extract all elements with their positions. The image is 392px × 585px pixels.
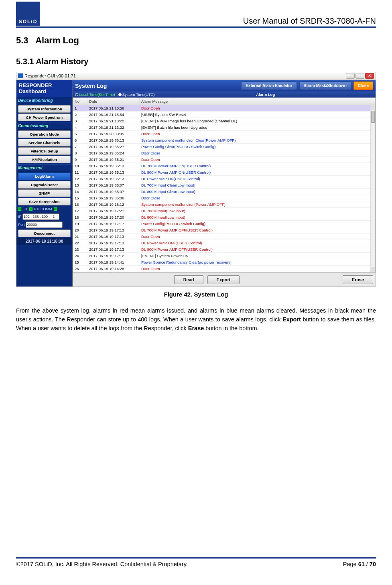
sidebar-item-log-alarm[interactable]: Log/Alarm	[18, 173, 71, 180]
table-row[interactable]: 242017.06.19 19:17:12[EVENT] System Powe…	[73, 253, 375, 259]
export-button[interactable]: Export	[207, 275, 240, 284]
ip-input[interactable]	[22, 213, 59, 220]
table-row[interactable]: 162017.06.19 19:18:12System component ma…	[73, 201, 375, 208]
alarm-log-grid: No. Date Alarm Message 12017.06.19 21:15…	[73, 98, 376, 272]
table-row[interactable]: 252017.06.19 19:14:41Power Source Redund…	[73, 259, 375, 266]
col-header-no[interactable]: No.	[73, 98, 87, 105]
sidebar-item-amp-isolation[interactable]: AMP/Isolation	[18, 156, 71, 163]
table-row[interactable]: 72017.06.19 19:35:27Power Config Clear(P…	[73, 144, 375, 150]
sidebar-item-save-screenshot[interactable]: Save Screenshot	[18, 198, 71, 205]
local-time-label[interactable]: Local Time(Set Time)	[75, 92, 115, 97]
erase-button[interactable]: Erase	[343, 275, 373, 284]
led-indicators: TX RX COMM	[16, 206, 72, 212]
table-row[interactable]: 12017.06.19 21:15:56Door Open	[73, 105, 375, 112]
maximize-button[interactable]: □	[355, 73, 364, 79]
ip-label: IP	[18, 215, 21, 219]
minimize-button[interactable]: —	[346, 73, 355, 79]
page-header: SOLiD User Manual of SRDR-33-7080-A-FN	[16, 0, 376, 28]
footer-page-number: Page 61 / 70	[343, 561, 376, 567]
sidebar-group-device-monitoring: Device Monitoring	[16, 97, 72, 104]
table-row[interactable]: 212017.06.19 19:17:13Door Open	[73, 234, 375, 240]
sidebar-item-snmp[interactable]: SNMP	[18, 189, 71, 197]
sidebar-item-ch-power-spectrum[interactable]: CH Power Spectrum	[18, 114, 71, 121]
body-paragraph: From the above system log, alarms in red…	[16, 307, 376, 333]
table-row[interactable]: 32017.06.19 21:13:22[EVENT] FPGA Image h…	[73, 118, 375, 124]
table-row[interactable]: 132017.06.19 19:35:07DL 700M Input Clear…	[73, 182, 375, 189]
col-header-msg[interactable]: Alarm Message	[140, 98, 375, 105]
sidebar-item-filter-ch-setup[interactable]: Filter/CH Setup	[18, 147, 71, 155]
col-header-date[interactable]: Date	[87, 98, 140, 105]
port-label: Port	[18, 223, 25, 227]
figure-caption: Figure 42. System Log	[16, 291, 376, 298]
external-alarm-emulator-button[interactable]: External Alarm Emulator	[241, 81, 297, 90]
sidebar-item-service-channels[interactable]: Service Channels	[18, 139, 71, 146]
sidebar-item-system-information[interactable]: System Information	[18, 105, 71, 113]
table-row[interactable]: 62017.06.19 19:36:13System component mal…	[73, 137, 375, 144]
sidebar-group-management: Management	[16, 164, 72, 172]
table-row[interactable]: 102017.06.19 19:35:13DL 700M Power AMP O…	[73, 163, 375, 169]
table-row[interactable]: 202017.06.19 19:17:13DL 700M Power AMP O…	[73, 227, 375, 234]
sidebar-group-commissioning: Commissioning	[16, 122, 72, 130]
screenshot-figure: Responder GUI v00.01.71 — □ ✕ RESPONDER …	[16, 72, 376, 287]
port-input[interactable]	[26, 221, 63, 228]
sidebar-timestamp: 2017-06-19 21:18:08	[16, 238, 72, 245]
table-row[interactable]: 262017.06.19 19:14:28Door Open	[73, 266, 375, 272]
table-row[interactable]: 152017.06.19 19:35:06Door Close	[73, 195, 375, 201]
grid-action-bar: Read Export Erase	[73, 272, 376, 286]
disconnect-button[interactable]: Disconnect	[18, 230, 71, 237]
panel-close-button[interactable]: Close	[353, 81, 373, 90]
table-row[interactable]: 42017.06.19 21:13:22[EVENT] Batch file h…	[73, 124, 375, 131]
table-row[interactable]: 172017.06.19 19:17:21DL 700M Input(Low I…	[73, 208, 375, 214]
table-row[interactable]: 122017.06.19 19:35:13UL Power AMP ON(USE…	[73, 176, 375, 182]
table-row[interactable]: 22017.06.19 21:15:54[USER] System SW Res…	[73, 112, 375, 118]
alarm-log-label: Alarm Log	[158, 92, 374, 97]
window-title: Responder GUI v00.01.71	[24, 73, 76, 78]
main-topbar: System Log External Alarm Emulator Alarm…	[73, 80, 376, 91]
window-close-button[interactable]: ✕	[365, 73, 374, 79]
table-row[interactable]: 112017.06.19 19:35:13DL 800M Power AMP O…	[73, 169, 375, 176]
panel-title: System Log	[75, 83, 107, 89]
table-row[interactable]: 232017.06.19 19:17:13DL 800M Power AMP O…	[73, 246, 375, 253]
table-row[interactable]: 82017.06.19 19:35:24Door Close	[73, 150, 375, 156]
table-row[interactable]: 142017.06.19 19:35:07DL 800M Input Clear…	[73, 189, 375, 195]
table-row[interactable]: 192017.06.19 19:17:17Power Config(PSU DC…	[73, 221, 375, 227]
footer-copyright: ©2017 SOLiD, Inc. All Rights Reserved. C…	[16, 561, 188, 567]
window-titlebar: Responder GUI v00.01.71 — □ ✕	[16, 72, 376, 80]
table-row[interactable]: 92017.06.19 19:35:21Door Open	[73, 156, 375, 163]
sidebar-title: RESPONDER Dashboard	[16, 80, 72, 97]
vertical-scrollbar[interactable]	[370, 105, 375, 272]
table-row[interactable]: 52017.06.19 20:00:05Door Open	[73, 131, 375, 137]
time-selector-bar: Local Time(Set Time) System Time(UTC) Al…	[73, 91, 376, 98]
alarm-mask-shutdown-button[interactable]: Alarm Mask/Shutdown	[299, 81, 351, 90]
app-icon	[18, 73, 23, 78]
solid-logo: SOLiD	[16, 2, 40, 26]
section-heading: 5.3 Alarm Log	[16, 35, 376, 46]
sidebar-item-upgrade-reset[interactable]: Upgrade/Reset	[18, 181, 71, 189]
sidebar-item-operation-mode[interactable]: Operation Mode	[18, 130, 71, 138]
table-row[interactable]: 182017.06.19 19:17:20DL 800M Input(Low I…	[73, 214, 375, 221]
page-footer: ©2017 SOLiD, Inc. All Rights Reserved. C…	[16, 557, 376, 567]
document-title: User Manual of SRDR-33-7080-A-FN	[243, 16, 376, 26]
read-button[interactable]: Read	[174, 275, 203, 284]
subsection-heading: 5.3.1 Alarm History	[16, 57, 376, 66]
utc-time-label[interactable]: System Time(UTC)	[118, 92, 155, 97]
sidebar: RESPONDER Dashboard Device Monitoring Sy…	[16, 80, 73, 286]
table-row[interactable]: 222017.06.19 19:17:13UL Power AMP OFF(US…	[73, 240, 375, 246]
